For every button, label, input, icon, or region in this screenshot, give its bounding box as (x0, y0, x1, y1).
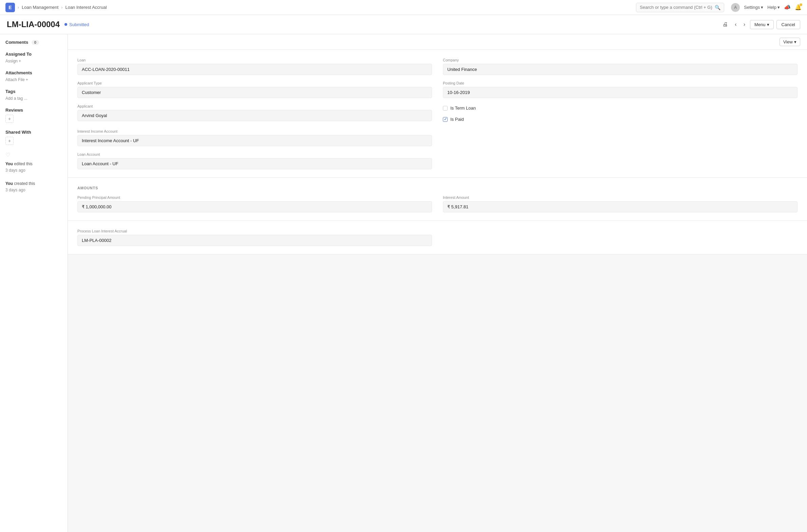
is-paid-label: Is Paid (450, 117, 464, 122)
is-term-loan-row: Is Term Loan (443, 104, 797, 112)
prev-button[interactable]: ‹ (733, 20, 738, 29)
view-chevron-icon: ▾ (794, 39, 796, 44)
activity1-action: edited this (14, 162, 33, 166)
empty-spacer (443, 129, 797, 146)
applicant-type-value[interactable]: Customer (77, 87, 432, 98)
status-badge: Submitted (64, 22, 89, 27)
is-term-loan-checkbox[interactable] (443, 106, 448, 111)
activity-item-1: You edited this 3 days ago (5, 161, 62, 174)
process-field: Process Loan Interest Accrual LM-PLA-000… (77, 229, 432, 246)
page-header: LM-LIA-00004 Submitted 🖨 ‹ › Menu ▾ Canc… (0, 15, 807, 34)
settings-button[interactable]: Settings ▾ (744, 5, 763, 10)
view-button[interactable]: View ▾ (780, 38, 800, 46)
activity2-you: You (5, 181, 13, 186)
main-layout: Comments 0 Assigned To Assign + Attachme… (0, 34, 807, 532)
activity-feed: You edited this 3 days ago You created t… (5, 161, 62, 193)
activity2-action: created this (14, 181, 35, 186)
breadcrumb-loan-interest-accrual[interactable]: Loan Interest Accrual (65, 5, 107, 10)
top-navigation: E › Loan Management › Loan Interest Accr… (0, 0, 807, 15)
notification-wrapper[interactable]: 🔔 (795, 4, 802, 11)
help-chevron-icon: ▾ (777, 5, 780, 10)
posting-date-field: Posting Date 10-16-2019 (443, 81, 797, 98)
loan-value[interactable]: ACC-LOAN-2020-00011 (77, 64, 432, 75)
amounts-section-header: AMOUNTS (77, 186, 797, 190)
activity2-time: 3 days ago (5, 188, 25, 192)
is-paid-checkbox[interactable]: ✓ (443, 117, 448, 122)
comments-label: Comments 0 (5, 40, 62, 45)
process-grid: Process Loan Interest Accrual LM-PLA-000… (77, 229, 797, 246)
posting-date-label: Posting Date (443, 81, 797, 85)
next-button[interactable]: › (742, 20, 747, 29)
loan-label: Loan (77, 58, 432, 62)
applicant-type-field: Applicant Type Customer (77, 81, 432, 98)
company-value[interactable]: United Finance (443, 64, 797, 75)
assign-button[interactable]: Assign + (5, 59, 62, 63)
status-text: Submitted (69, 22, 89, 27)
tags-label: Tags (5, 89, 62, 94)
loan-account-label: Loan Account (77, 152, 432, 156)
add-review-button[interactable]: + (5, 115, 14, 123)
like-icon[interactable]: ♡ (5, 152, 62, 158)
posting-date-value[interactable]: 10-16-2019 (443, 87, 797, 98)
interest-income-account-label: Interest Income Account (77, 129, 432, 133)
megaphone-icon[interactable]: 📣 (784, 4, 791, 11)
sidebar: Comments 0 Assigned To Assign + Attachme… (0, 34, 68, 532)
attachments-label: Attachments (5, 70, 62, 75)
notification-dot (800, 3, 802, 6)
add-shared-button[interactable]: + (5, 137, 14, 145)
app-logo: E (5, 3, 15, 12)
assigned-to-section: Assigned To Assign + (5, 52, 62, 63)
tags-section: Tags Add a tag ... (5, 89, 62, 101)
amounts-card: AMOUNTS Pending Principal Amount ₹ 1,000… (68, 178, 807, 221)
comments-section: Comments 0 (5, 40, 62, 45)
menu-label: Menu (754, 22, 766, 27)
attach-plus-icon: + (26, 77, 28, 82)
search-input[interactable] (640, 5, 715, 10)
applicant-type-label: Applicant Type (77, 81, 432, 85)
company-label: Company (443, 58, 797, 62)
interest-amount-value: ₹ 5,917.81 (443, 201, 797, 212)
add-tag-button[interactable]: Add a tag ... (5, 96, 62, 101)
interest-income-account-field: Interest Income Account Interest Income … (77, 129, 432, 146)
breadcrumb-chevron-1: › (18, 5, 19, 10)
help-button[interactable]: Help ▾ (767, 5, 780, 10)
applicant-label: Applicant (77, 104, 432, 108)
shared-with-label: Shared With (5, 130, 62, 135)
is-term-loan-label: Is Term Loan (450, 106, 476, 111)
menu-chevron-icon: ▾ (767, 22, 769, 27)
reviews-label: Reviews (5, 108, 62, 113)
applicant-field: Applicant Arvind Goyal (77, 104, 432, 123)
checkmark-icon: ✓ (444, 117, 447, 121)
cancel-button[interactable]: Cancel (776, 20, 800, 29)
company-field: Company United Finance (443, 58, 797, 75)
search-icon: 🔍 (715, 5, 720, 10)
loan-account-value[interactable]: Loan Account - UF (77, 158, 432, 169)
menu-button[interactable]: Menu ▾ (750, 20, 774, 29)
breadcrumb-loan-management[interactable]: Loan Management (22, 5, 58, 10)
is-paid-row: ✓ Is Paid (443, 115, 797, 123)
main-form-card: Loan ACC-LOAN-2020-00011 Company United … (68, 50, 807, 178)
print-button[interactable]: 🖨 (720, 20, 730, 29)
applicant-value[interactable]: Arvind Goyal (77, 110, 432, 121)
attach-file-button[interactable]: Attach File + (5, 77, 62, 82)
avatar: A (731, 3, 740, 12)
attachments-section: Attachments Attach File + (5, 70, 62, 82)
assign-plus-icon: + (19, 59, 21, 63)
settings-label: Settings (744, 5, 760, 10)
main-content: View ▾ Loan ACC-LOAN-2020-00011 Company … (68, 34, 807, 532)
view-bar: View ▾ (68, 34, 807, 50)
status-dot (64, 23, 67, 26)
comments-count: 0 (32, 40, 39, 45)
assigned-to-label: Assigned To (5, 52, 62, 57)
search-bar[interactable]: 🔍 (636, 3, 724, 12)
view-label: View (783, 39, 793, 44)
document-id: LM-LIA-00004 (7, 20, 60, 29)
reviews-section: Reviews + (5, 108, 62, 123)
pending-principal-value: ₹ 1,000,000.00 (77, 201, 432, 212)
breadcrumb-chevron-2: › (61, 5, 62, 10)
loan-account-field: Loan Account Loan Account - UF (77, 152, 432, 169)
process-value[interactable]: LM-PLA-00002 (77, 235, 432, 246)
process-card: Process Loan Interest Accrual LM-PLA-000… (68, 221, 807, 254)
interest-income-account-value[interactable]: Interest Income Account - UF (77, 135, 432, 146)
topnav-right-actions: A Settings ▾ Help ▾ 📣 🔔 (731, 3, 802, 12)
